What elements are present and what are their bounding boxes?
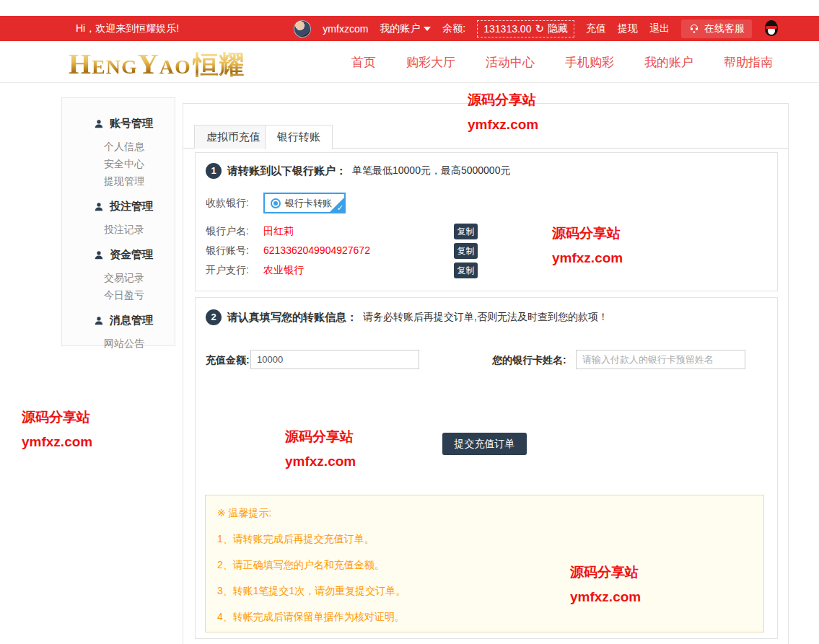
nav-help-guide[interactable]: 帮助指南 xyxy=(724,54,773,71)
step2-heading: 2 请认真填写您的转账信息： 请务必转账后再提交订单,否则无法及时查到您的款项！ xyxy=(206,309,608,325)
recharge-tabs: 虚拟币充值 银行转账 xyxy=(183,125,788,149)
nav-my-account[interactable]: 我的账户 xyxy=(644,54,693,71)
watermark: 源码分享站ymfxz.com xyxy=(22,405,92,454)
submit-recharge-order-button[interactable]: 提交充值订单 xyxy=(442,433,527,455)
step1-heading: 1 请转账到以下银行账户： 单笔最低10000元，最高5000000元 xyxy=(206,163,510,179)
nav-mobile-lottery[interactable]: 手机购彩 xyxy=(565,54,614,71)
bank-account-name-value: 田红莉 xyxy=(263,225,294,238)
sidebar-item-today-profit[interactable]: 今日盈亏 xyxy=(104,286,175,304)
main-panel: 虚拟币充值 银行转账 1 请转账到以下银行账户： 单笔最低10000元，最高50… xyxy=(183,103,789,644)
topbar-right: ymfxzcom 我的账户 余额: 131313.00 ↻ 隐藏 充值 提现 退… xyxy=(294,16,779,41)
sidebar-group-account[interactable]: 账号管理 xyxy=(94,117,175,131)
username-link[interactable]: ymfxzcom xyxy=(323,23,368,35)
user-avatar[interactable] xyxy=(294,20,311,38)
my-account-dropdown[interactable]: 我的账户 xyxy=(380,22,431,35)
user-icon xyxy=(94,202,104,212)
page: Hi，欢迎来到恒耀娱乐! ymfxzcom 我的账户 余额: 131313.00… xyxy=(0,0,819,644)
recharge-link[interactable]: 充值 xyxy=(586,22,606,35)
refresh-icon[interactable]: ↻ xyxy=(535,23,544,34)
logo-text-en: HengYao xyxy=(69,48,191,80)
sidebar: 账号管理 个人信息 安全中心 提现管理 投注管理 投注记录 资金管理 交易记录 … xyxy=(61,97,175,346)
hide-balance-button[interactable]: 隐藏 xyxy=(548,22,568,35)
withdraw-link[interactable]: 提现 xyxy=(618,22,638,35)
sidebar-item-security-center[interactable]: 安全中心 xyxy=(104,155,175,172)
tips-title: ※ 温馨提示: xyxy=(217,507,763,520)
step1-number: 1 xyxy=(206,163,222,179)
qq-icon[interactable] xyxy=(763,20,779,38)
logo-text-cn: 恒耀 xyxy=(193,50,245,79)
bank-account-name-label: 银行户名: xyxy=(206,225,249,238)
balance-label: 余额: xyxy=(442,22,465,35)
user-icon xyxy=(94,119,104,129)
topbar: Hi，欢迎来到恒耀娱乐! ymfxzcom 我的账户 余额: 131313.00… xyxy=(0,16,819,41)
bank-card-name-label: 您的银行卡姓名: xyxy=(492,354,566,367)
sidebar-item-personal-info[interactable]: 个人信息 xyxy=(104,138,175,155)
copy-account-name-button[interactable]: 复制 xyxy=(454,224,478,239)
site-logo[interactable]: HengYao恒耀 xyxy=(69,47,245,83)
sidebar-item-site-announcement[interactable]: 网站公告 xyxy=(104,335,175,352)
step1-box: 1 请转账到以下银行账户： 单笔最低10000元，最高5000000元 收款银行… xyxy=(195,152,778,291)
main-nav: 首页 购彩大厅 活动中心 手机购彩 我的账户 帮助指南 xyxy=(351,41,773,83)
warm-tips-box: ※ 温馨提示: 1、请转账完成后再提交充值订单。 2、请正确填写您的户名和充值金… xyxy=(205,495,764,632)
balance-box: 131313.00 ↻ 隐藏 xyxy=(477,20,574,38)
sidebar-item-transaction-records[interactable]: 交易记录 xyxy=(104,269,175,286)
bank-branch-label: 开户支行: xyxy=(206,264,249,277)
tab-bank-transfer[interactable]: 银行转账 xyxy=(265,125,333,149)
radio-selected-icon xyxy=(271,198,281,208)
sidebar-item-withdraw-manage[interactable]: 提现管理 xyxy=(104,172,175,190)
logout-link[interactable]: 退出 xyxy=(649,22,670,35)
nav-activity-center[interactable]: 活动中心 xyxy=(486,54,535,71)
balance-value: 131313.00 xyxy=(483,23,531,35)
bank-account-number-label: 银行账号: xyxy=(206,244,249,257)
online-service-button[interactable]: 在线客服 xyxy=(681,19,752,38)
tips-item-2: 2、请正确填写您的户名和充值金额。 xyxy=(217,559,763,572)
tab-virtual-coin-recharge[interactable]: 虚拟币充值 xyxy=(194,125,273,149)
recharge-amount-label: 充值金额: xyxy=(206,354,250,367)
sidebar-group-betting[interactable]: 投注管理 xyxy=(94,200,175,213)
copy-branch-button[interactable]: 复制 xyxy=(454,263,478,278)
welcome-text: Hi，欢迎来到恒耀娱乐! xyxy=(76,16,179,41)
sidebar-group-messages[interactable]: 消息管理 xyxy=(94,314,175,327)
bank-account-number-value: 6213362049904927672 xyxy=(263,244,370,256)
recharge-amount-input[interactable] xyxy=(250,350,419,369)
tips-item-3: 3、转账1笔提交1次，请勿重复提交订单。 xyxy=(217,585,763,598)
copy-account-number-button[interactable]: 复制 xyxy=(454,243,478,259)
step2-number: 2 xyxy=(206,309,222,325)
receiving-bank-label: 收款银行: xyxy=(206,197,249,210)
step2-box: 2 请认真填写您的转账信息： 请务必转账后再提交订单,否则无法及时查到您的款项！… xyxy=(195,297,778,639)
check-icon: ✓ xyxy=(337,203,343,212)
nav-lottery-hall[interactable]: 购彩大厅 xyxy=(406,54,455,71)
user-icon xyxy=(94,316,104,326)
tips-item-1: 1、请转账完成后再提交充值订单。 xyxy=(217,533,763,546)
headset-icon xyxy=(688,23,700,35)
bank-branch-value: 农业银行 xyxy=(263,264,304,277)
nav-home[interactable]: 首页 xyxy=(351,54,376,71)
bank-card-transfer-option[interactable]: 银行卡转账 ✓ xyxy=(263,193,346,213)
user-icon xyxy=(94,250,104,260)
sidebar-item-bet-records[interactable]: 投注记录 xyxy=(104,221,175,238)
chevron-down-icon xyxy=(424,27,431,31)
site-header: HengYao恒耀 首页 购彩大厅 活动中心 手机购彩 我的账户 帮助指南 xyxy=(0,41,819,83)
sidebar-group-funds[interactable]: 资金管理 xyxy=(94,248,175,262)
tips-item-4: 4、转帐完成后请保留单据作为核对证明。 xyxy=(217,611,763,624)
bank-card-name-input[interactable] xyxy=(576,350,745,369)
